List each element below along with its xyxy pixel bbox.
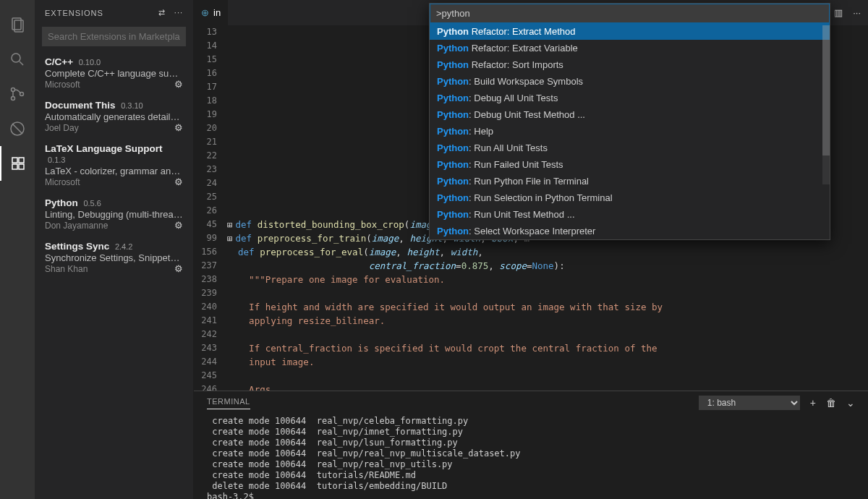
extension-description: Complete C/C++ language suppo... — [45, 68, 183, 79]
terminal-panel: TERMINAL 1: bash + 🗑 ⌄ create mode 10064… — [194, 391, 868, 499]
extension-search-input[interactable] — [42, 27, 186, 46]
extension-description: Synchronize Settings, Snippets, I... — [45, 252, 183, 263]
extension-author: Microsoft — [45, 177, 183, 187]
command-palette-item[interactable]: Python Refactor: Sort Imports — [430, 56, 830, 73]
command-palette-item[interactable]: Python: Run Unit Test Method ... — [430, 206, 830, 223]
command-palette-item[interactable]: Python: Debug All Unit Tests — [430, 90, 830, 106]
sidebar-header: EXTENSIONS ⇄ ··· — [35, 0, 193, 25]
extension-author: Joel Day — [45, 123, 183, 133]
search-icon[interactable] — [0, 42, 35, 77]
extensions-sidebar: EXTENSIONS ⇄ ··· C/C++ 0.10.0Complete C/… — [35, 0, 194, 499]
debug-icon[interactable] — [0, 111, 35, 146]
python-file-icon: ⊕ — [201, 7, 209, 18]
command-palette-input[interactable] — [430, 4, 830, 23]
extension-author: Microsoft — [45, 80, 183, 90]
svg-rect-12 — [19, 164, 24, 169]
svg-rect-10 — [19, 158, 24, 163]
explorer-icon[interactable] — [0, 7, 35, 42]
gear-icon[interactable]: ⚙ — [174, 176, 183, 187]
tab-more-icon[interactable]: ··· — [853, 7, 861, 19]
command-palette-scrollbar[interactable] — [822, 25, 830, 184]
gear-icon[interactable]: ⚙ — [174, 122, 183, 133]
extension-name: Document This — [45, 100, 116, 111]
extension-description: Automatically generates detailed... — [45, 111, 183, 122]
command-palette: Python Refactor: Extract MethodPython Re… — [429, 3, 830, 240]
gear-icon[interactable]: ⚙ — [174, 220, 183, 231]
command-palette-item[interactable]: Python: Debug Unit Test Method ... — [430, 106, 830, 123]
extension-name: Python — [45, 197, 78, 208]
command-palette-item[interactable]: Python: Run Selection in Python Terminal — [430, 189, 830, 206]
svg-rect-11 — [12, 164, 17, 169]
terminal-chevron-icon[interactable]: ⌄ — [846, 397, 855, 409]
layout-icon[interactable]: ▥ — [834, 7, 843, 19]
scm-icon[interactable] — [0, 77, 35, 111]
extension-version: 0.10.0 — [79, 58, 101, 67]
extension-item[interactable]: LaTeX Language Support 0.1.3LaTeX - colo… — [35, 139, 193, 193]
gear-icon[interactable]: ⚙ — [174, 79, 183, 90]
extension-name: C/C++ — [45, 56, 73, 67]
extension-version: 2.4.2 — [115, 242, 132, 251]
activity-bar — [0, 0, 35, 499]
terminal-output[interactable]: create mode 100644 real_nvp/celeba_forma… — [194, 414, 868, 499]
extension-list: C/C++ 0.10.0Complete C/C++ language supp… — [35, 52, 193, 499]
editor-main: ⊕ in ⧉ ▥ ··· Python Refactor: Extract Me… — [194, 0, 868, 499]
extension-item[interactable]: Document This 0.3.10Automatically genera… — [35, 95, 193, 139]
svg-line-8 — [12, 124, 22, 134]
command-palette-item[interactable]: Python: Build Workspace Symbols — [430, 73, 830, 90]
gear-icon[interactable]: ⚙ — [174, 263, 183, 274]
filter-icon[interactable]: ⇄ — [158, 8, 166, 17]
terminal-add-icon[interactable]: + — [810, 397, 816, 409]
extension-author: Shan Khan — [45, 264, 183, 274]
svg-line-3 — [20, 61, 23, 65]
line-gutter: 1314151617181920212223242526459915623723… — [194, 25, 227, 391]
terminal-tab-label[interactable]: TERMINAL — [207, 397, 250, 409]
editor-tab[interactable]: ⊕ in — [194, 0, 228, 25]
command-palette-item[interactable]: Python: Help — [430, 123, 830, 140]
sidebar-title: EXTENSIONS — [45, 9, 103, 17]
extensions-icon[interactable] — [0, 146, 35, 181]
more-icon[interactable]: ··· — [174, 8, 183, 17]
command-palette-item[interactable]: Python: Select Workspace Interpreter — [430, 223, 830, 239]
terminal-kill-icon[interactable]: 🗑 — [826, 397, 836, 409]
extension-version: 0.3.10 — [121, 101, 143, 110]
command-palette-item[interactable]: Python: Run Failed Unit Tests — [430, 156, 830, 173]
tab-filename: in — [213, 7, 221, 18]
command-palette-item[interactable]: Python Refactor: Extract Method — [430, 23, 830, 40]
extension-name: LaTeX Language Support — [45, 143, 163, 154]
extension-author: Don Jayamanne — [45, 221, 183, 231]
extension-description: Linting, Debugging (multi-thread... — [45, 209, 183, 220]
extension-version: 0.1.3 — [48, 155, 65, 164]
svg-point-2 — [12, 54, 20, 62]
command-palette-list: Python Refactor: Extract MethodPython Re… — [430, 23, 830, 239]
command-palette-item[interactable]: Python Refactor: Extract Variable — [430, 40, 830, 56]
extension-item[interactable]: Python 0.5.6Linting, Debugging (multi-th… — [35, 193, 193, 236]
extension-name: Settings Sync — [45, 241, 109, 252]
extension-item[interactable]: C/C++ 0.10.0Complete C/C++ language supp… — [35, 52, 193, 95]
extension-version: 0.5.6 — [83, 199, 101, 208]
svg-point-4 — [12, 88, 15, 92]
extension-description: LaTeX - colorizer, grammar and ... — [45, 166, 183, 176]
extension-item[interactable]: Settings Sync 2.4.2Synchronize Settings,… — [35, 236, 193, 280]
command-palette-item[interactable]: Python: Run Python File in Terminal — [430, 173, 830, 189]
terminal-select[interactable]: 1: bash — [699, 396, 800, 410]
svg-point-5 — [12, 97, 15, 101]
svg-rect-9 — [12, 158, 17, 163]
command-palette-item[interactable]: Python: Run All Unit Tests — [430, 140, 830, 156]
